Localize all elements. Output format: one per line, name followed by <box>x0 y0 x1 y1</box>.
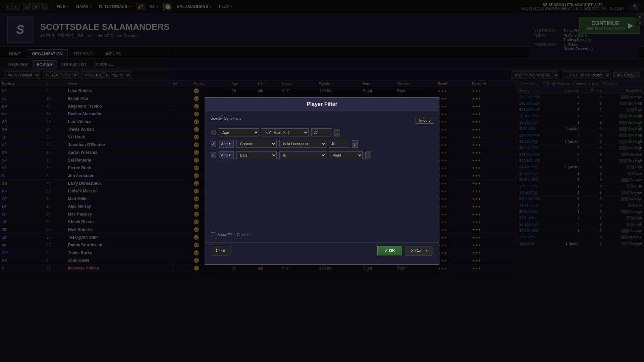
filter-operator-2[interactable]: Is At Least (>=) <box>279 140 326 148</box>
filter-spacer <box>211 163 433 230</box>
modal-section-label: Specify Conditions <box>211 116 241 120</box>
filter-connector-3[interactable]: And ▼ <box>219 151 234 159</box>
modal-body: Specify Conditions Import ✓ Age Is At Mo… <box>205 111 439 242</box>
filter-minus-1[interactable]: - <box>334 129 340 132</box>
filter-row-2: ✓ And ▼ Contact Is At Least (>=) - + <box>211 140 433 148</box>
modal-title: Player Filter <box>205 98 439 111</box>
modal-footer: Clear ✓ OK ✕ Cancel <box>205 242 439 259</box>
modal-actions: ✓ OK ✕ Cancel <box>377 246 433 255</box>
filter-minus-3[interactable]: - <box>365 152 371 155</box>
filter-pm-3: - + <box>365 152 371 159</box>
modal-header-row: Specify Conditions Import <box>211 116 433 124</box>
player-filter-modal: Player Filter Specify Conditions Import … <box>205 97 439 265</box>
filter-value-1[interactable] <box>311 128 331 136</box>
ok-check-icon: ✓ <box>384 248 388 253</box>
filter-pm-2: - + <box>352 140 358 148</box>
filter-operator-1[interactable]: Is At Most (<=) <box>262 128 309 136</box>
filter-plus-1[interactable]: + <box>334 133 340 136</box>
show-filter-label: Show Filter Columns <box>217 233 251 237</box>
filter-row-1: ✓ Age Is At Most (<=) - + <box>211 128 433 136</box>
filter-check-1[interactable]: ✓ <box>211 130 216 135</box>
clear-button[interactable]: Clear <box>211 246 230 255</box>
cancel-button[interactable]: ✕ Cancel <box>405 246 433 255</box>
filter-value-2[interactable] <box>329 140 349 148</box>
filter-minus-2[interactable]: - <box>352 140 358 144</box>
import-button[interactable]: Import <box>416 117 433 124</box>
show-filter-check[interactable] <box>211 232 215 237</box>
modal-overlay: Player Filter Specify Conditions Import … <box>0 0 644 362</box>
filter-check-2[interactable]: ✓ <box>211 141 216 146</box>
filter-plus-3[interactable]: + <box>365 156 371 159</box>
filter-field-2[interactable]: Contact <box>236 140 277 148</box>
filter-connector-2[interactable]: And ▼ <box>219 140 234 148</box>
cancel-x-icon: ✕ <box>411 248 414 253</box>
filter-plus-2[interactable]: + <box>352 144 358 148</box>
filter-field-3[interactable]: Bats <box>236 151 277 159</box>
filter-operator-3[interactable]: Is <box>279 151 326 159</box>
filter-row-3: ✓ And ▼ Bats Is Right - + <box>211 151 433 159</box>
show-filter-row: Show Filter Columns <box>211 232 433 237</box>
filter-check-3[interactable]: ✓ <box>211 153 216 158</box>
filter-value-select-3[interactable]: Right <box>329 151 363 159</box>
filter-pm-1: - + <box>334 129 340 136</box>
ok-button[interactable]: ✓ OK <box>377 246 402 255</box>
filter-field-1[interactable]: Age <box>219 128 259 136</box>
